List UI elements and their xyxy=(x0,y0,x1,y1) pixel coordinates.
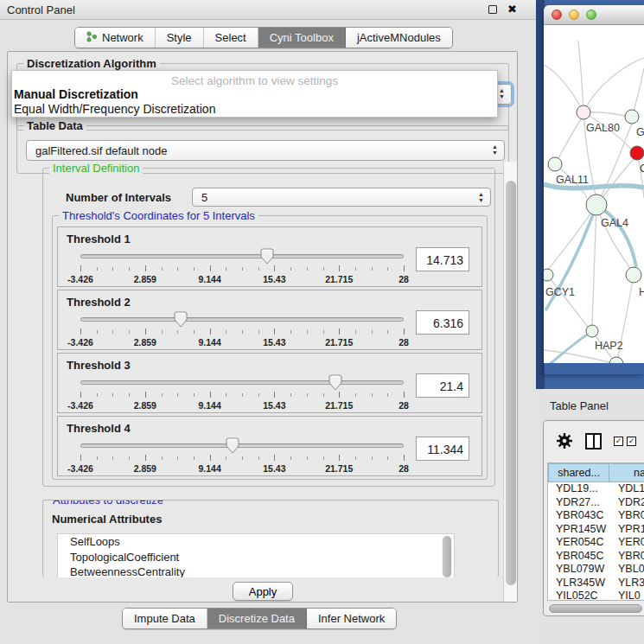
attribute-item-topologicalcoefficient[interactable]: TopologicalCoefficient xyxy=(58,550,454,565)
cell-shared-name[interactable]: YDL19... xyxy=(548,482,613,496)
tab-select[interactable]: Select xyxy=(204,28,258,48)
algorithm-option-manual-discretization[interactable]: Manual Discretization xyxy=(12,87,497,102)
node-GA[interactable] xyxy=(625,110,639,124)
checkbox-icons[interactable]: ✓ ✓ xyxy=(614,437,636,446)
float-icon[interactable] xyxy=(488,5,497,14)
slider-thumb-icon[interactable] xyxy=(226,437,239,454)
threshold-slider[interactable]: -3.4262.8599.14415.4321.71528 xyxy=(80,438,404,476)
numerical-attributes-list[interactable]: SelfLoopsTopologicalCoefficientBetweenne… xyxy=(57,533,455,577)
cell-name[interactable]: YER0 xyxy=(613,536,644,550)
node-GCY1[interactable] xyxy=(544,269,553,281)
table-row[interactable]: YDL19...YDL1 xyxy=(548,482,644,496)
node-H[interactable] xyxy=(626,267,641,283)
table-row[interactable]: YLR345WYLR3 xyxy=(548,577,644,590)
group-title: Interval Definition xyxy=(49,162,143,175)
tab-impute-data[interactable]: Impute Data xyxy=(123,609,207,628)
cell-name[interactable]: YIL0 xyxy=(613,590,644,601)
slider-track[interactable] xyxy=(80,254,404,258)
table-panel-toolbar: ✓ ✓ xyxy=(544,421,644,461)
node-GCY1-label: GCY1 xyxy=(545,286,575,298)
apply-button[interactable]: Apply xyxy=(233,582,293,601)
threshold-value-field[interactable]: 11.344 xyxy=(416,437,469,461)
slider-scale-labels: -3.4262.8599.14415.4321.71528 xyxy=(80,463,404,475)
scale-tick-label: 9.144 xyxy=(198,400,220,411)
group-title: Attributes to discretize xyxy=(49,500,167,507)
cell-shared-name[interactable]: YPR145W xyxy=(548,523,613,537)
cell-name[interactable]: YLR3 xyxy=(613,577,644,590)
slider-thumb-icon[interactable] xyxy=(260,248,274,265)
table-row[interactable]: YBR043CYBR0 xyxy=(548,509,644,523)
table-row[interactable]: YBL079WYBL0 xyxy=(548,563,644,577)
algorithm-option-equal-width-frequency-discretization[interactable]: Equal Width/Frequency Discretization xyxy=(12,102,497,117)
cell-shared-name[interactable]: YBR043C xyxy=(548,509,613,523)
top-tab-strip: NetworkStyleSelectCyni ToolboxjActiveMNo… xyxy=(74,27,453,48)
threshold-value-field[interactable]: 21.4 xyxy=(416,373,469,398)
tab-discretize-data[interactable]: Discretize Data xyxy=(207,609,307,628)
table-hscrollbar[interactable] xyxy=(547,603,644,614)
cell-name[interactable]: YBR0 xyxy=(613,509,644,523)
node-GAL80[interactable] xyxy=(577,105,590,119)
slider-thumb-icon[interactable] xyxy=(174,311,188,328)
scale-tick-label: 9.144 xyxy=(198,463,220,474)
network-canvas[interactable]: GAL80GACGAL11GAL4GCY1HHAP2 xyxy=(544,25,644,363)
slider-track[interactable] xyxy=(80,317,404,322)
slider-track[interactable] xyxy=(80,443,404,448)
slider-thumb-icon[interactable] xyxy=(328,374,342,391)
cell-shared-name[interactable]: YBR045C xyxy=(548,550,613,564)
cell-shared-name[interactable]: YIL052C xyxy=(548,590,613,601)
scale-tick-label: 9.144 xyxy=(198,337,220,348)
table-row[interactable]: YER054CYER0 xyxy=(548,536,644,550)
attributes-group: Attributes to discretize Numerical Attri… xyxy=(42,500,499,577)
attribute-item-betweennesscentrality[interactable]: BetweennessCentrality xyxy=(58,564,454,577)
cell-name[interactable]: YPR1 xyxy=(613,523,644,537)
threshold-slider[interactable]: -3.4262.8599.14415.4321.71528 xyxy=(80,312,404,350)
node-HAP2[interactable] xyxy=(586,325,598,337)
tab-network[interactable]: Network xyxy=(75,28,156,48)
slider-track[interactable] xyxy=(80,380,404,385)
close-traffic-icon[interactable] xyxy=(552,10,562,20)
attribute-item-selfloops[interactable]: SelfLoops xyxy=(58,534,454,550)
threshold-value-field[interactable]: 6.316 xyxy=(416,310,469,335)
column-header-shared[interactable]: shared... xyxy=(548,463,609,482)
minimize-traffic-icon[interactable] xyxy=(569,10,579,20)
tab-jactivemnodules[interactable]: jActiveMNodules xyxy=(346,28,452,48)
zoom-traffic-icon[interactable] xyxy=(586,10,596,20)
cell-name[interactable]: YBR0 xyxy=(613,550,644,564)
column-view-icon[interactable] xyxy=(585,433,602,450)
threshold-slider[interactable]: -3.4262.8599.14415.4321.71528 xyxy=(80,249,404,287)
node-table[interactable]: shared... na YDL19...YDL1YDR27...YDR2YBR… xyxy=(547,462,644,601)
column-header-name[interactable]: na xyxy=(609,463,644,482)
tab-infer-network[interactable]: Infer Network xyxy=(307,609,396,628)
gear-icon[interactable] xyxy=(556,432,573,450)
cell-shared-name[interactable]: YLR345W xyxy=(548,577,613,590)
table-row[interactable]: YBR045CYBR0 xyxy=(548,550,644,564)
tab-cyni-toolbox[interactable]: Cyni Toolbox xyxy=(258,28,346,48)
node-GAL4[interactable] xyxy=(586,194,607,215)
attributes-scrollbar[interactable] xyxy=(442,536,452,577)
tab-style[interactable]: Style xyxy=(156,28,204,48)
interval-definition-group: Interval Definition Number of Intervals … xyxy=(42,168,495,487)
table-row[interactable]: YIL052CYIL0 xyxy=(548,590,644,601)
cell-name[interactable]: YDL1 xyxy=(613,482,644,496)
number-of-intervals-label: Number of Intervals xyxy=(66,191,171,204)
node-GAL11[interactable] xyxy=(548,157,562,171)
number-of-intervals-combobox[interactable]: 5 ▲▼ xyxy=(192,188,491,207)
cell-name[interactable]: YDR2 xyxy=(613,496,644,510)
cell-shared-name[interactable]: YER054C xyxy=(548,536,613,550)
table-row[interactable]: YDR27...YDR2 xyxy=(548,496,644,510)
node-selected[interactable] xyxy=(630,146,644,160)
table-row[interactable]: YPR145WYPR1 xyxy=(548,523,644,537)
network-window-titlebar[interactable] xyxy=(544,5,644,25)
check-icon[interactable]: ✓ xyxy=(627,437,636,446)
thresholds-group: Threshold's Coordinates for 5 Intervals … xyxy=(52,215,488,480)
close-icon[interactable]: ✖ xyxy=(507,5,517,14)
cell-name[interactable]: YBL0 xyxy=(613,563,644,577)
table-data-combobox[interactable]: galFiltered.sif default node ▲▼ xyxy=(26,140,505,161)
check-icon[interactable]: ✓ xyxy=(614,437,623,446)
tab-label: Cyni Toolbox xyxy=(270,31,334,44)
content-scrollbar[interactable] xyxy=(503,162,517,602)
threshold-value-field[interactable]: 14.713 xyxy=(416,247,469,271)
threshold-slider[interactable]: -3.4262.8599.14415.4321.71528 xyxy=(80,375,404,413)
cell-shared-name[interactable]: YBL079W xyxy=(548,563,613,577)
cell-shared-name[interactable]: YDR27... xyxy=(548,496,613,510)
